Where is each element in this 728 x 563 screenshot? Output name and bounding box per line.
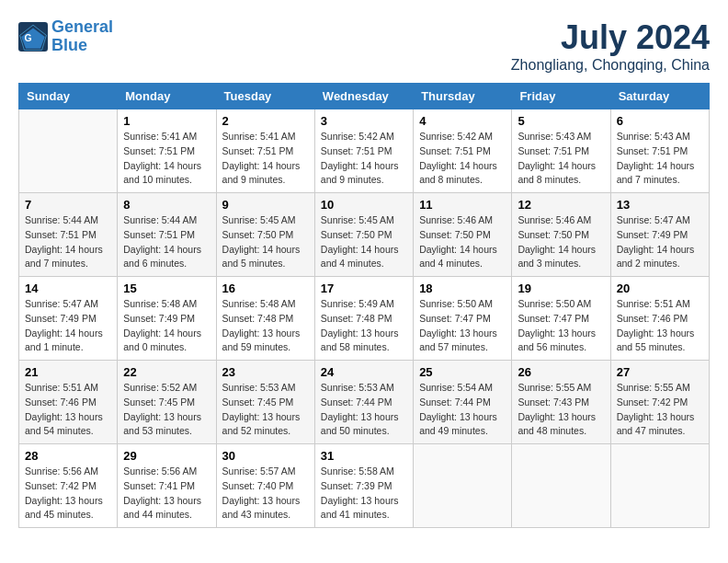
day-number: 13 — [617, 198, 703, 212]
day-number: 30 — [222, 449, 309, 463]
day-info: Sunrise: 5:41 AMSunset: 7:51 PMDaylight:… — [123, 130, 210, 188]
day-number: 1 — [123, 114, 210, 128]
calendar-week-row: 14Sunrise: 5:47 AMSunset: 7:49 PMDayligh… — [19, 277, 710, 361]
weekday-header: Sunday — [19, 84, 118, 109]
day-number: 23 — [222, 365, 309, 379]
calendar-cell: 15Sunrise: 5:48 AMSunset: 7:49 PMDayligh… — [118, 277, 216, 361]
day-number: 10 — [321, 198, 407, 212]
calendar-cell: 4Sunrise: 5:42 AMSunset: 7:51 PMDaylight… — [414, 109, 512, 193]
calendar-cell — [610, 444, 709, 528]
calendar-cell: 12Sunrise: 5:46 AMSunset: 7:50 PMDayligh… — [512, 193, 610, 277]
day-info: Sunrise: 5:44 AMSunset: 7:51 PMDaylight:… — [25, 213, 111, 271]
calendar-body: 1Sunrise: 5:41 AMSunset: 7:51 PMDaylight… — [19, 109, 710, 528]
calendar-cell: 5Sunrise: 5:43 AMSunset: 7:51 PMDaylight… — [512, 109, 610, 193]
logo: G General Blue — [18, 18, 113, 55]
day-number: 9 — [222, 198, 309, 212]
calendar-cell: 17Sunrise: 5:49 AMSunset: 7:48 PMDayligh… — [314, 277, 413, 361]
calendar-cell: 26Sunrise: 5:55 AMSunset: 7:43 PMDayligh… — [512, 361, 610, 444]
day-info: Sunrise: 5:47 AMSunset: 7:49 PMDaylight:… — [617, 213, 703, 271]
calendar-cell: 7Sunrise: 5:44 AMSunset: 7:51 PMDaylight… — [19, 193, 118, 277]
weekday-header: Monday — [118, 84, 216, 109]
day-number: 4 — [419, 114, 506, 128]
weekday-header: Friday — [512, 84, 610, 109]
calendar-cell: 30Sunrise: 5:57 AMSunset: 7:40 PMDayligh… — [216, 444, 314, 528]
day-info: Sunrise: 5:45 AMSunset: 7:50 PMDaylight:… — [321, 213, 407, 271]
calendar-cell: 21Sunrise: 5:51 AMSunset: 7:46 PMDayligh… — [19, 361, 118, 444]
day-info: Sunrise: 5:44 AMSunset: 7:51 PMDaylight:… — [123, 213, 210, 271]
title-block: July 2024 Zhongliang, Chongqing, China — [511, 18, 710, 74]
day-info: Sunrise: 5:43 AMSunset: 7:51 PMDaylight:… — [518, 130, 604, 188]
day-number: 6 — [617, 114, 703, 128]
day-info: Sunrise: 5:48 AMSunset: 7:48 PMDaylight:… — [222, 297, 309, 355]
day-number: 11 — [419, 198, 506, 212]
weekday-header: Tuesday — [216, 84, 314, 109]
calendar-cell: 10Sunrise: 5:45 AMSunset: 7:50 PMDayligh… — [314, 193, 413, 277]
logo-text: General Blue — [51, 18, 113, 55]
day-number: 31 — [321, 449, 407, 463]
day-number: 5 — [518, 114, 604, 128]
day-info: Sunrise: 5:46 AMSunset: 7:50 PMDaylight:… — [518, 213, 604, 271]
day-number: 17 — [321, 282, 407, 295]
day-number: 16 — [222, 282, 309, 295]
day-info: Sunrise: 5:52 AMSunset: 7:45 PMDaylight:… — [123, 381, 210, 439]
calendar-cell — [19, 109, 118, 193]
month-title: July 2024 — [511, 18, 710, 57]
day-info: Sunrise: 5:53 AMSunset: 7:45 PMDaylight:… — [222, 381, 309, 439]
calendar-cell: 14Sunrise: 5:47 AMSunset: 7:49 PMDayligh… — [19, 277, 118, 361]
day-info: Sunrise: 5:45 AMSunset: 7:50 PMDaylight:… — [222, 213, 309, 271]
page-header: G General Blue July 2024 Zhongliang, Cho… — [18, 18, 710, 74]
day-info: Sunrise: 5:56 AMSunset: 7:41 PMDaylight:… — [123, 465, 210, 523]
day-info: Sunrise: 5:43 AMSunset: 7:51 PMDaylight:… — [617, 130, 703, 188]
day-info: Sunrise: 5:50 AMSunset: 7:47 PMDaylight:… — [419, 297, 506, 355]
calendar-cell: 22Sunrise: 5:52 AMSunset: 7:45 PMDayligh… — [118, 361, 216, 444]
day-number: 3 — [321, 114, 407, 128]
day-info: Sunrise: 5:57 AMSunset: 7:40 PMDaylight:… — [222, 465, 309, 523]
calendar-cell: 2Sunrise: 5:41 AMSunset: 7:51 PMDaylight… — [216, 109, 314, 193]
svg-text:G: G — [24, 33, 31, 43]
calendar-table: SundayMondayTuesdayWednesdayThursdayFrid… — [18, 83, 710, 528]
day-info: Sunrise: 5:47 AMSunset: 7:49 PMDaylight:… — [25, 297, 111, 355]
calendar-cell: 16Sunrise: 5:48 AMSunset: 7:48 PMDayligh… — [216, 277, 314, 361]
day-number: 19 — [518, 282, 604, 295]
calendar-cell: 25Sunrise: 5:54 AMSunset: 7:44 PMDayligh… — [414, 361, 512, 444]
day-number: 2 — [222, 114, 309, 128]
day-number: 8 — [123, 198, 210, 212]
calendar-header: SundayMondayTuesdayWednesdayThursdayFrid… — [19, 84, 710, 109]
day-number: 29 — [123, 449, 210, 463]
calendar-cell: 1Sunrise: 5:41 AMSunset: 7:51 PMDaylight… — [118, 109, 216, 193]
logo-line2: Blue — [51, 36, 87, 54]
day-info: Sunrise: 5:56 AMSunset: 7:42 PMDaylight:… — [25, 465, 111, 523]
day-info: Sunrise: 5:51 AMSunset: 7:46 PMDaylight:… — [617, 297, 703, 355]
weekday-header: Wednesday — [314, 84, 413, 109]
weekday-header: Thursday — [414, 84, 512, 109]
day-number: 27 — [617, 365, 703, 379]
calendar-cell — [512, 444, 610, 528]
logo-line1: General — [51, 17, 113, 36]
calendar-cell: 8Sunrise: 5:44 AMSunset: 7:51 PMDaylight… — [118, 193, 216, 277]
calendar-cell: 31Sunrise: 5:58 AMSunset: 7:39 PMDayligh… — [314, 444, 413, 528]
logo-icon: G — [18, 22, 48, 52]
calendar-cell: 24Sunrise: 5:53 AMSunset: 7:44 PMDayligh… — [314, 361, 413, 444]
calendar-cell: 11Sunrise: 5:46 AMSunset: 7:50 PMDayligh… — [414, 193, 512, 277]
day-number: 25 — [419, 365, 506, 379]
calendar-cell: 18Sunrise: 5:50 AMSunset: 7:47 PMDayligh… — [414, 277, 512, 361]
calendar-cell: 6Sunrise: 5:43 AMSunset: 7:51 PMDaylight… — [610, 109, 709, 193]
location-subtitle: Zhongliang, Chongqing, China — [511, 57, 710, 74]
calendar-cell: 13Sunrise: 5:47 AMSunset: 7:49 PMDayligh… — [610, 193, 709, 277]
day-info: Sunrise: 5:48 AMSunset: 7:49 PMDaylight:… — [123, 297, 210, 355]
day-number: 22 — [123, 365, 210, 379]
day-number: 12 — [518, 198, 604, 212]
day-info: Sunrise: 5:50 AMSunset: 7:47 PMDaylight:… — [518, 297, 604, 355]
calendar-week-row: 28Sunrise: 5:56 AMSunset: 7:42 PMDayligh… — [19, 444, 710, 528]
day-info: Sunrise: 5:51 AMSunset: 7:46 PMDaylight:… — [25, 381, 111, 439]
day-number: 24 — [321, 365, 407, 379]
calendar-cell: 28Sunrise: 5:56 AMSunset: 7:42 PMDayligh… — [19, 444, 118, 528]
day-number: 20 — [617, 282, 703, 295]
calendar-week-row: 1Sunrise: 5:41 AMSunset: 7:51 PMDaylight… — [19, 109, 710, 193]
day-number: 28 — [25, 449, 111, 463]
calendar-cell: 19Sunrise: 5:50 AMSunset: 7:47 PMDayligh… — [512, 277, 610, 361]
day-info: Sunrise: 5:58 AMSunset: 7:39 PMDaylight:… — [321, 465, 407, 523]
calendar-cell: 9Sunrise: 5:45 AMSunset: 7:50 PMDaylight… — [216, 193, 314, 277]
day-info: Sunrise: 5:49 AMSunset: 7:48 PMDaylight:… — [321, 297, 407, 355]
calendar-cell: 3Sunrise: 5:42 AMSunset: 7:51 PMDaylight… — [314, 109, 413, 193]
